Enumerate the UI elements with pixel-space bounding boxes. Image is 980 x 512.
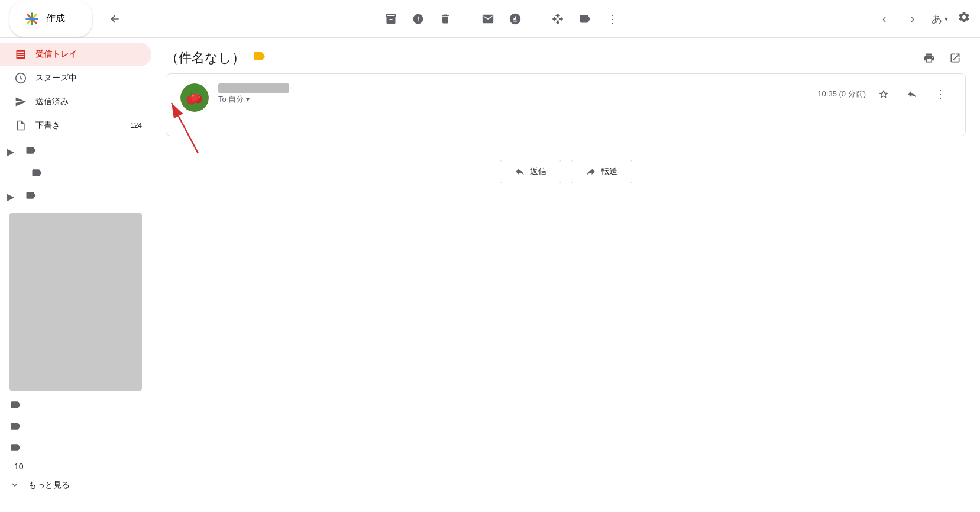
move-button[interactable]	[549, 11, 566, 27]
category-row-6[interactable]	[0, 438, 151, 459]
print-icon	[923, 52, 935, 64]
reply-btn-label: 返信	[530, 166, 546, 177]
drafts-icon	[14, 119, 27, 132]
email-message-container: To 自分 ▾ 10:35 (0 分前)	[151, 73, 980, 512]
reply-button[interactable]	[901, 83, 923, 105]
sidebar-item-inbox[interactable]: 受信トレイ	[0, 43, 151, 66]
email-view: （件名なし）	[151, 38, 980, 512]
tag-icon-6	[9, 442, 21, 456]
tag-icon-2	[31, 167, 43, 182]
snoozed-label: スヌーズ中	[35, 73, 142, 83]
message-meta: 10:35 (0 分前) ⋮	[817, 83, 951, 105]
sidebar-item-sent[interactable]: 送信済み	[0, 90, 151, 114]
email-subject-bar: （件名なし）	[151, 38, 980, 73]
sent-label: 送信済み	[35, 96, 142, 107]
message-body	[180, 112, 951, 126]
sidebar-number: 10	[0, 459, 151, 474]
see-more-button[interactable]: もっと見る	[0, 474, 151, 497]
chevron-down-icon	[9, 479, 20, 492]
toolbar-center: ⋮	[128, 11, 875, 27]
star-icon	[878, 89, 889, 99]
reply-arrow-icon	[515, 166, 525, 177]
top-toolbar: 作成	[0, 0, 980, 38]
important-marker-icon	[252, 49, 266, 67]
avatar-red-border	[180, 83, 209, 112]
print-button[interactable]	[918, 47, 940, 69]
compose-label: 作成	[46, 12, 65, 25]
prev-message-button[interactable]: ‹	[875, 9, 894, 28]
forward-arrow-icon	[586, 166, 596, 177]
snoozed-icon	[14, 72, 27, 85]
reply-forward-area: 返信 転送	[166, 146, 966, 202]
settings-button[interactable]	[958, 11, 971, 27]
to-line: To 自分 ▾	[218, 94, 808, 105]
sidebar-list-placeholder	[9, 213, 142, 391]
mail-icon	[481, 12, 494, 25]
more-button[interactable]: ⋮	[604, 11, 620, 27]
inbox-icon	[14, 48, 27, 61]
message-more-button[interactable]: ⋮	[930, 83, 951, 105]
label-icon	[578, 12, 591, 25]
compose-button[interactable]: 作成	[9, 1, 92, 37]
see-more-label: もっと見る	[28, 480, 70, 491]
reply-action-button[interactable]: 返信	[500, 160, 561, 183]
tag-icon-4	[9, 399, 21, 414]
star-button[interactable]	[873, 83, 894, 105]
lang-dropdown-arrow: ▾	[945, 15, 948, 23]
message-time: 10:35 (0 分前)	[817, 89, 866, 99]
category-row-2[interactable]	[0, 163, 151, 185]
expand-icon-3: ▶	[5, 191, 17, 202]
delete-icon	[439, 13, 451, 25]
snooze-button[interactable]	[507, 11, 523, 27]
category-row-1[interactable]: ▶	[0, 140, 151, 163]
delete-button[interactable]	[437, 11, 454, 27]
to-dropdown-arrow[interactable]: ▾	[246, 95, 250, 104]
label-button[interactable]	[577, 11, 593, 27]
back-button[interactable]	[106, 11, 123, 27]
expand-icon-1: ▶	[5, 146, 17, 157]
sidebar-item-snoozed[interactable]: スヌーズ中	[0, 66, 151, 90]
sender-name-placeholder	[218, 83, 289, 93]
sender-avatar	[180, 83, 209, 112]
move-icon	[552, 13, 564, 25]
language-button[interactable]: あ ▾	[932, 12, 948, 26]
forward-btn-label: 転送	[601, 166, 617, 177]
email-subject: （件名なし）	[166, 49, 245, 67]
category-row-3[interactable]: ▶	[0, 185, 151, 208]
forward-action-button[interactable]: 転送	[571, 160, 632, 183]
to-label: To 自分	[218, 94, 244, 105]
drafts-label: 下書き	[35, 120, 122, 131]
spam-button[interactable]	[410, 11, 426, 27]
new-window-button[interactable]	[945, 47, 966, 69]
mark-read-button[interactable]	[480, 11, 496, 27]
inbox-label: 受信トレイ	[35, 49, 142, 60]
category-row-4[interactable]	[0, 395, 151, 417]
sent-icon	[14, 95, 27, 108]
category-row-5[interactable]	[0, 417, 151, 438]
new-window-icon	[949, 52, 961, 64]
language-label: あ	[932, 12, 942, 26]
tag-icon-5	[9, 420, 21, 435]
avatar-annotation-container	[180, 83, 209, 112]
spam-icon	[412, 13, 424, 25]
compose-plus-icon	[24, 11, 40, 27]
snooze-icon	[509, 12, 522, 25]
drafts-badge: 124	[130, 121, 142, 130]
message-header: To 自分 ▾ 10:35 (0 分前)	[180, 83, 951, 112]
archive-icon	[385, 13, 397, 25]
toolbar-right: ‹ › あ ▾	[875, 9, 971, 28]
back-arrow-icon	[109, 13, 121, 25]
category-section: ▶ ▶	[0, 140, 151, 459]
email-message: To 自分 ▾ 10:35 (0 分前)	[166, 73, 966, 136]
tag-icon-1	[25, 144, 37, 159]
email-top-actions	[918, 47, 966, 69]
reply-icon	[907, 89, 917, 99]
next-message-button[interactable]: ›	[903, 9, 922, 28]
tag-icon-3	[25, 189, 37, 204]
sender-info: To 自分 ▾	[218, 83, 808, 105]
sidebar-item-drafts[interactable]: 下書き 124	[0, 114, 151, 137]
sidebar: 受信トレイ スヌーズ中 送信済み	[0, 38, 151, 512]
archive-button[interactable]	[383, 11, 399, 27]
gear-icon	[958, 11, 971, 24]
main-layout: 受信トレイ スヌーズ中 送信済み	[0, 38, 980, 512]
